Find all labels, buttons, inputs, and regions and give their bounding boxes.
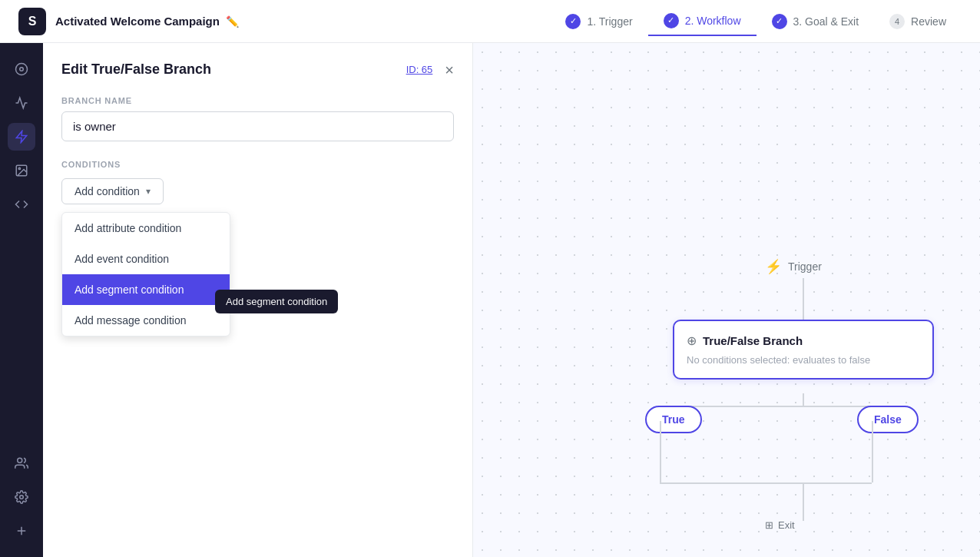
connector-h-right bbox=[803, 406, 872, 407]
nav-home[interactable] bbox=[8, 55, 35, 83]
edit-campaign-icon[interactable]: ✏️ bbox=[226, 15, 239, 28]
connector-trigger-to-branch bbox=[803, 278, 804, 320]
false-label: False bbox=[874, 413, 902, 426]
main-layout: Edit True/False Branch ID: 65 × BRANCH N… bbox=[0, 43, 980, 557]
branch-name-input[interactable] bbox=[61, 111, 454, 141]
step-goal-exit[interactable]: ✓ 3. Goal & Exit bbox=[757, 8, 875, 35]
connector-true-down bbox=[660, 421, 661, 482]
add-segment-condition-item[interactable]: Add segment condition bbox=[62, 274, 230, 305]
nav-workflow[interactable] bbox=[8, 123, 35, 151]
campaign-title: Activated Welcome Campaign ✏️ bbox=[55, 15, 239, 28]
step-2-label: 2. Workflow bbox=[685, 15, 741, 27]
sidebar-nav bbox=[0, 43, 43, 557]
add-condition-label: Add condition bbox=[74, 185, 140, 197]
step-4-label: Review bbox=[911, 15, 946, 28]
branch-node-title: True/False Branch bbox=[703, 334, 803, 347]
step-2-check: ✓ bbox=[664, 13, 679, 28]
nav-settings[interactable] bbox=[8, 483, 35, 511]
panel-header-right: ID: 65 × bbox=[406, 62, 454, 78]
step-1-check: ✓ bbox=[565, 14, 581, 29]
workflow-steps: ✓ 1. Trigger ✓ 2. Workflow ✓ 3. Goal & E… bbox=[550, 7, 962, 36]
true-branch-node[interactable]: True bbox=[645, 406, 702, 433]
segment-condition-tooltip: Add segment condition bbox=[215, 290, 338, 313]
svg-point-4 bbox=[18, 167, 20, 169]
panel-title: Edit True/False Branch bbox=[61, 61, 211, 78]
condition-dropdown: Add attribute condition Add event condit… bbox=[61, 212, 230, 337]
add-attribute-condition-item[interactable]: Add attribute condition bbox=[62, 213, 230, 244]
step-3-label: 3. Goal & Exit bbox=[793, 15, 859, 28]
branch-node-icon: ⊕ bbox=[687, 333, 697, 348]
add-event-condition-item[interactable]: Add event condition bbox=[62, 244, 230, 274]
app-logo: S bbox=[18, 8, 46, 35]
step-workflow[interactable]: ✓ 2. Workflow bbox=[648, 7, 757, 36]
branch-node[interactable]: ⊕ True/False Branch No conditions select… bbox=[673, 320, 934, 380]
step-1-label: 1. Trigger bbox=[587, 15, 632, 28]
add-message-condition-item[interactable]: Add message condition bbox=[62, 305, 230, 336]
conditions-section: CONDITIONS Add condition ▾ Add attribute… bbox=[61, 160, 454, 204]
trigger-label: Trigger bbox=[788, 260, 822, 273]
workflow-canvas[interactable]: ⚡ Trigger ⊕ True/False Branch No conditi… bbox=[473, 43, 980, 557]
nav-integrations[interactable] bbox=[8, 191, 35, 218]
connector-to-exit bbox=[803, 482, 804, 521]
panel-header: Edit True/False Branch ID: 65 × bbox=[61, 61, 454, 78]
branch-node-subtitle: No conditions selected: evaluates to fal… bbox=[687, 354, 920, 366]
panel-close-button[interactable]: × bbox=[445, 62, 454, 78]
exit-icon: ⊞ bbox=[765, 519, 773, 531]
add-condition-container: Add condition ▾ Add attribute condition … bbox=[61, 178, 164, 204]
true-label: True bbox=[662, 413, 685, 426]
panel-id[interactable]: ID: 65 bbox=[406, 64, 433, 75]
exit-label: Exit bbox=[778, 519, 795, 531]
step-trigger[interactable]: ✓ 1. Trigger bbox=[550, 8, 647, 35]
step-4-num: 4 bbox=[889, 14, 905, 29]
step-3-check: ✓ bbox=[772, 14, 787, 29]
svg-point-0 bbox=[16, 64, 28, 75]
add-condition-button[interactable]: Add condition ▾ bbox=[61, 178, 164, 204]
trigger-node: ⚡ Trigger bbox=[765, 258, 822, 275]
connector-false-down bbox=[872, 421, 873, 482]
step-review[interactable]: 4 Review bbox=[874, 8, 962, 35]
exit-node[interactable]: ⊞ Exit bbox=[765, 519, 795, 531]
svg-point-5 bbox=[18, 458, 22, 463]
nav-media[interactable] bbox=[8, 157, 35, 184]
nav-analytics[interactable] bbox=[8, 89, 35, 117]
svg-point-6 bbox=[20, 496, 24, 499]
svg-point-1 bbox=[20, 68, 24, 71]
nav-add[interactable] bbox=[8, 517, 35, 545]
branch-node-header: ⊕ True/False Branch bbox=[687, 333, 920, 348]
trigger-icon: ⚡ bbox=[765, 258, 782, 275]
conditions-label: CONDITIONS bbox=[61, 160, 454, 169]
false-branch-node[interactable]: False bbox=[857, 406, 919, 433]
dropdown-arrow-icon: ▾ bbox=[146, 186, 151, 197]
connector-bottom-merge bbox=[660, 482, 872, 484]
connector-branch-bottom bbox=[803, 393, 804, 406]
branch-name-label: BRANCH NAME bbox=[61, 96, 454, 105]
edit-panel: Edit True/False Branch ID: 65 × BRANCH N… bbox=[43, 43, 473, 557]
svg-marker-2 bbox=[16, 131, 27, 143]
nav-users[interactable] bbox=[8, 449, 35, 477]
topbar: S Activated Welcome Campaign ✏️ ✓ 1. Tri… bbox=[0, 0, 980, 43]
